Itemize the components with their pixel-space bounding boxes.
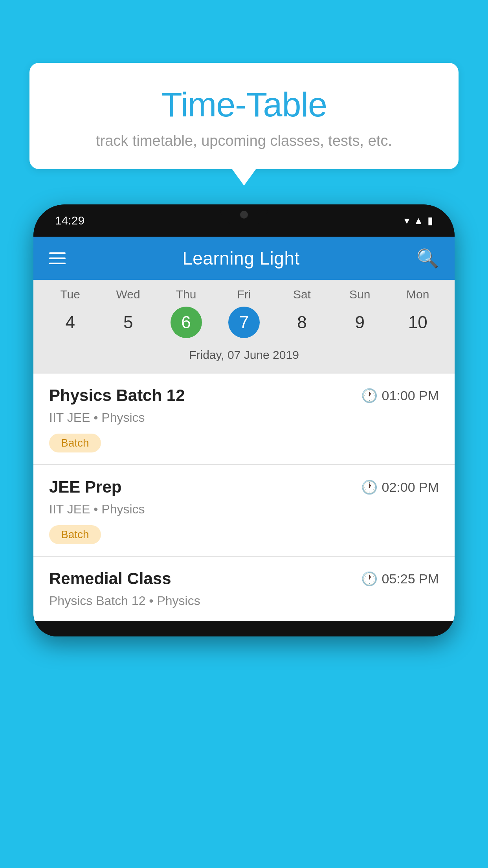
class-info: IIT JEE • Physics	[49, 410, 439, 425]
class-name: Remedial Class	[49, 569, 171, 588]
day-col-tue[interactable]: Tue 4	[45, 288, 96, 338]
speech-bubble-container: Time-Table track timetable, upcoming cla…	[29, 63, 459, 169]
day-col-mon[interactable]: Mon 10	[392, 288, 443, 338]
day-name: Thu	[176, 288, 196, 301]
clock-icon: 🕐	[361, 479, 378, 495]
day-number: 4	[55, 307, 86, 338]
class-header: JEE Prep 🕐 02:00 PM	[49, 478, 439, 497]
status-time: 14:29	[55, 214, 84, 227]
class-time: 🕐 01:00 PM	[361, 388, 439, 403]
class-header: Physics Batch 12 🕐 01:00 PM	[49, 386, 439, 405]
class-item-2[interactable]: Remedial Class 🕐 05:25 PM Physics Batch …	[33, 557, 455, 621]
day-number: 8	[286, 307, 317, 338]
batch-badge: Batch	[49, 525, 101, 544]
calendar-strip: Tue 4 Wed 5 Thu 6 Fri 7 Sat 8 Sun 9 Mon …	[33, 280, 455, 373]
day-number: 9	[344, 307, 376, 338]
phone-frame: 14:29 ▾ ▲ ▮ Learning Light 🔍	[33, 204, 455, 636]
class-name: JEE Prep	[49, 478, 121, 497]
class-time: 🕐 02:00 PM	[361, 479, 439, 495]
signal-icon: ▲	[413, 215, 424, 227]
day-name: Sat	[293, 288, 311, 301]
classes-container: Physics Batch 12 🕐 01:00 PM IIT JEE • Ph…	[33, 373, 455, 621]
status-bar: 14:29 ▾ ▲ ▮	[33, 204, 455, 237]
menu-button[interactable]	[49, 252, 66, 264]
phone-notch	[220, 204, 268, 225]
hamburger-line-2	[49, 257, 66, 259]
hamburger-line-3	[49, 263, 66, 264]
day-col-fri[interactable]: Fri 7	[218, 288, 270, 338]
day-col-wed[interactable]: Wed 5	[103, 288, 154, 338]
day-col-thu[interactable]: Thu 6	[161, 288, 212, 338]
phone-wrapper: 14:29 ▾ ▲ ▮ Learning Light 🔍	[33, 204, 455, 868]
day-number: 6	[171, 307, 202, 338]
hamburger-line-1	[49, 252, 66, 254]
day-name: Wed	[116, 288, 140, 301]
days-row: Tue 4 Wed 5 Thu 6 Fri 7 Sat 8 Sun 9 Mon …	[33, 288, 455, 338]
class-info: IIT JEE • Physics	[49, 502, 439, 517]
camera-dot	[240, 211, 248, 219]
phone-bottom-bar	[33, 621, 455, 636]
day-col-sun[interactable]: Sun 9	[334, 288, 385, 338]
app-bar: Learning Light 🔍	[33, 237, 455, 280]
clock-icon: 🕐	[361, 388, 378, 403]
day-name: Tue	[60, 288, 80, 301]
wifi-icon: ▾	[404, 215, 409, 227]
day-name: Mon	[406, 288, 429, 301]
clock-icon: 🕐	[361, 571, 378, 587]
app-title: Learning Light	[182, 248, 300, 269]
class-item-0[interactable]: Physics Batch 12 🕐 01:00 PM IIT JEE • Ph…	[33, 373, 455, 465]
day-number: 10	[402, 307, 433, 338]
class-time: 🕐 05:25 PM	[361, 571, 439, 587]
day-number: 7	[228, 307, 260, 338]
day-col-sat[interactable]: Sat 8	[276, 288, 327, 338]
battery-icon: ▮	[427, 215, 433, 227]
phone-screen: Learning Light 🔍 Tue 4 Wed 5 Thu 6 Fri 7…	[33, 237, 455, 621]
speech-bubble: Time-Table track timetable, upcoming cla…	[29, 63, 459, 169]
class-name: Physics Batch 12	[49, 386, 185, 405]
day-name: Sun	[349, 288, 370, 301]
day-number: 5	[112, 307, 144, 338]
day-name: Fri	[237, 288, 251, 301]
batch-badge: Batch	[49, 434, 101, 452]
selected-date: Friday, 07 June 2019	[33, 344, 455, 369]
class-header: Remedial Class 🕐 05:25 PM	[49, 569, 439, 588]
search-button[interactable]: 🔍	[416, 248, 439, 269]
bubble-subtitle: track timetable, upcoming classes, tests…	[53, 132, 435, 149]
status-icons: ▾ ▲ ▮	[404, 215, 433, 227]
class-item-1[interactable]: JEE Prep 🕐 02:00 PM IIT JEE • Physics Ba…	[33, 465, 455, 557]
class-info: Physics Batch 12 • Physics	[49, 594, 439, 608]
bubble-title: Time-Table	[53, 85, 435, 125]
